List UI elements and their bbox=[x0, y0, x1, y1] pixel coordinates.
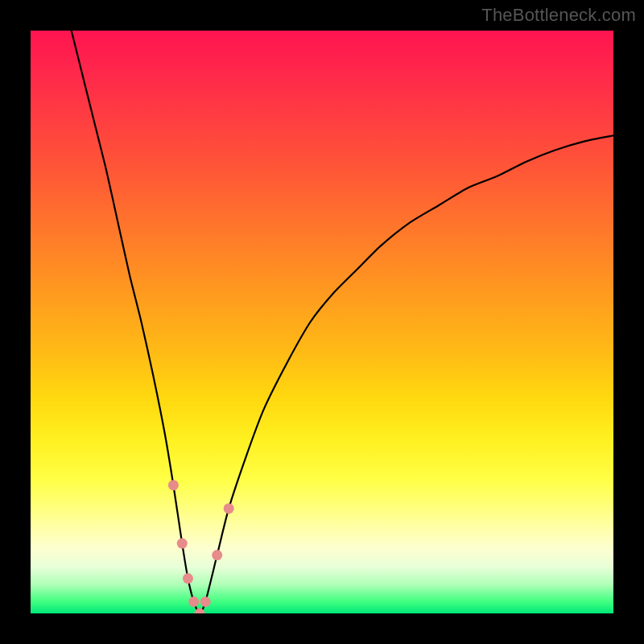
curve-markers bbox=[168, 480, 234, 613]
marker-dot bbox=[188, 597, 199, 607]
watermark-text: TheBottleneck.com bbox=[481, 5, 636, 26]
marker-dot bbox=[224, 503, 234, 514]
marker-dot bbox=[168, 480, 179, 490]
marker-dot bbox=[177, 539, 188, 549]
plot-area bbox=[31, 31, 613, 613]
bottleneck-curve bbox=[72, 31, 613, 613]
marker-dot bbox=[200, 597, 211, 607]
marker-dot bbox=[183, 573, 193, 584]
curve-layer bbox=[31, 31, 613, 613]
marker-dot bbox=[212, 550, 222, 560]
chart-container: TheBottleneck.com bbox=[0, 0, 644, 644]
